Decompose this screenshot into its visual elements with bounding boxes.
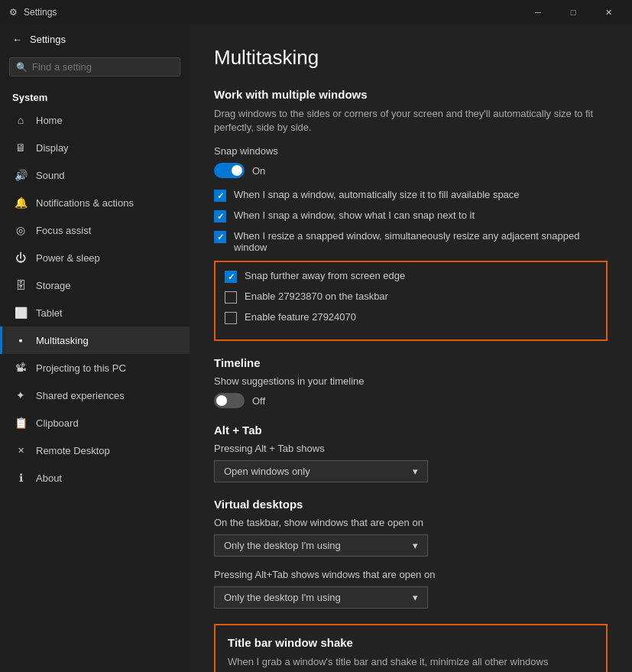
app-body: ← Settings 🔍 System ⌂ Home 🖥 Display 🔊 S… — [0, 24, 632, 672]
sidebar-item-projecting[interactable]: 📽 Projecting to this PC — [0, 354, 190, 381]
search-box[interactable]: 🔍 — [9, 57, 180, 76]
timeline-toggle-knob — [216, 395, 227, 406]
timeline-toggle-label: Off — [252, 395, 265, 407]
alttab-vd-label: Pressing Alt+Tab shows windows that are … — [214, 569, 608, 580]
snap-toggle-label: On — [252, 165, 265, 177]
settings-icon: ⚙ — [9, 7, 18, 18]
maximize-button[interactable]: □ — [556, 0, 591, 24]
checkbox-row-5: Enable 27923870 on the taskbar — [225, 291, 597, 304]
search-icon: 🔍 — [16, 62, 28, 73]
power-icon: ⏻ — [15, 252, 27, 264]
sidebar-item-multitasking-label: Multitasking — [36, 335, 89, 346]
timeline-toggle-row: Off — [214, 393, 608, 408]
timeline-title: Timeline — [214, 356, 608, 369]
checkbox-2[interactable] — [214, 210, 226, 222]
shared-icon: ✦ — [15, 389, 27, 401]
sidebar-item-focus[interactable]: ◎ Focus assist — [0, 216, 190, 244]
sidebar-item-display[interactable]: 🖥 Display — [0, 134, 190, 161]
clipboard-icon: 📋 — [15, 417, 27, 429]
sidebar-section-label: System — [0, 86, 190, 106]
alttab-vd-dropdown[interactable]: Only the desktop I'm using ▾ — [214, 586, 428, 609]
checkbox-6[interactable] — [225, 312, 237, 324]
snap-toggle-knob — [232, 165, 242, 176]
titlebar-shake-section: Title bar window shake When I grab a win… — [214, 624, 608, 672]
checkbox-5-label: Enable 27923870 on the taskbar — [245, 291, 388, 302]
sound-icon: 🔊 — [15, 169, 27, 181]
alttab-title: Alt + Tab — [214, 424, 608, 437]
snap-section-desc: Drag windows to the sides or corners of … — [214, 107, 608, 135]
back-icon: ← — [12, 34, 22, 45]
notifications-icon: 🔔 — [15, 196, 27, 209]
sidebar-item-notifications[interactable]: 🔔 Notifications & actions — [0, 189, 190, 216]
minimize-button[interactable]: ─ — [520, 0, 556, 24]
storage-icon: 🗄 — [15, 279, 27, 291]
sidebar-item-power-label: Power & sleep — [36, 252, 100, 264]
timeline-section: Timeline Show suggestions in your timeli… — [214, 356, 608, 408]
sidebar-item-clipboard-label: Clipboard — [36, 417, 79, 429]
snap-windows-label: Snap windows — [214, 145, 608, 157]
sidebar-item-remote[interactable]: ✕ Remote Desktop — [0, 437, 190, 464]
titlebar-shake-title: Title bar window shake — [228, 636, 594, 649]
timeline-toggle[interactable] — [214, 393, 245, 408]
checkbox-2-label: When I snap a window, show what I can sn… — [234, 209, 475, 221]
remote-icon: ✕ — [15, 444, 27, 456]
checkbox-row-2: When I snap a window, show what I can sn… — [214, 209, 608, 222]
alttab-label: Pressing Alt + Tab shows — [214, 443, 608, 454]
sidebar: ← Settings 🔍 System ⌂ Home 🖥 Display 🔊 S… — [0, 24, 190, 672]
sidebar-item-shared[interactable]: ✦ Shared experiences — [0, 381, 190, 409]
checkbox-3-label: When I resize a snapped window, simultan… — [234, 230, 608, 253]
taskbar-show-label: On the taskbar, show windows that are op… — [214, 517, 608, 528]
alttab-vd-dropdown-chevron: ▾ — [413, 592, 418, 603]
checkbox-row-1: When I snap a window, automatically size… — [214, 189, 608, 202]
titlebar-shake-desc: When I grab a window's title bar and sha… — [228, 655, 594, 669]
checkbox-4-label: Snap further away from screen edge — [245, 270, 405, 281]
checkbox-4[interactable] — [225, 271, 237, 283]
sidebar-item-about[interactable]: ℹ About — [0, 464, 190, 492]
alttab-dropdown[interactable]: Open windows only ▾ — [214, 460, 428, 482]
sidebar-item-power[interactable]: ⏻ Power & sleep — [0, 244, 190, 271]
sidebar-item-sound-label: Sound — [36, 170, 65, 181]
sidebar-item-projecting-label: Projecting to this PC — [36, 362, 126, 374]
checkbox-row-3: When I resize a snapped window, simultan… — [214, 230, 608, 253]
snap-section-title: Work with multiple windows — [214, 88, 608, 101]
main-content: Multitasking Work with multiple windows … — [190, 24, 632, 672]
checkbox-6-label: Enable feature 27924070 — [245, 311, 356, 323]
sidebar-item-clipboard[interactable]: 📋 Clipboard — [0, 409, 190, 437]
sidebar-item-tablet-label: Tablet — [36, 307, 63, 319]
snap-highlight-box: Snap further away from screen edge Enabl… — [214, 261, 608, 341]
snap-toggle[interactable] — [214, 163, 245, 178]
sidebar-item-tablet[interactable]: ⬜ Tablet — [0, 299, 190, 326]
sidebar-item-multitasking[interactable]: ▪ Multitasking — [0, 326, 190, 354]
display-icon: 🖥 — [15, 141, 27, 154]
close-button[interactable]: ✕ — [591, 0, 626, 24]
virtual-desktops-title: Virtual desktops — [214, 498, 608, 511]
sidebar-item-home-label: Home — [36, 115, 63, 126]
checkbox-3[interactable] — [214, 231, 226, 243]
checkbox-row-6: Enable feature 27924070 — [225, 311, 597, 324]
virtual-desktops-section: Virtual desktops On the taskbar, show wi… — [214, 498, 608, 609]
timeline-suggest-label: Show suggestions in your timeline — [214, 375, 608, 387]
sidebar-back-button[interactable]: ← Settings — [0, 24, 190, 54]
titlebar: ⚙ Settings ─ □ ✕ — [0, 0, 632, 24]
tablet-icon: ⬜ — [15, 307, 27, 319]
alttab-vd-dropdown-value: Only the desktop I'm using — [224, 592, 341, 603]
checkbox-5[interactable] — [225, 291, 237, 304]
titlebar-controls: ─ □ ✕ — [520, 0, 626, 24]
sidebar-item-sound[interactable]: 🔊 Sound — [0, 161, 190, 189]
taskbar-dropdown[interactable]: Only the desktop I'm using ▾ — [214, 534, 428, 557]
projecting-icon: 📽 — [15, 362, 27, 374]
page-title: Multitasking — [214, 46, 608, 70]
snap-section: Work with multiple windows Drag windows … — [214, 88, 608, 341]
alttab-dropdown-chevron: ▾ — [413, 466, 418, 477]
checkbox-1[interactable] — [214, 190, 226, 202]
taskbar-dropdown-chevron: ▾ — [413, 540, 418, 551]
checkbox-row-4: Snap further away from screen edge — [225, 270, 597, 283]
sidebar-back-label: Settings — [30, 34, 66, 45]
sidebar-item-storage[interactable]: 🗄 Storage — [0, 271, 190, 299]
search-input[interactable] — [32, 61, 173, 73]
sidebar-item-home[interactable]: ⌂ Home — [0, 106, 190, 134]
titlebar-title: Settings — [24, 7, 57, 18]
home-icon: ⌂ — [15, 114, 27, 126]
snap-toggle-row: On — [214, 163, 608, 178]
sidebar-item-remote-label: Remote Desktop — [36, 445, 110, 456]
